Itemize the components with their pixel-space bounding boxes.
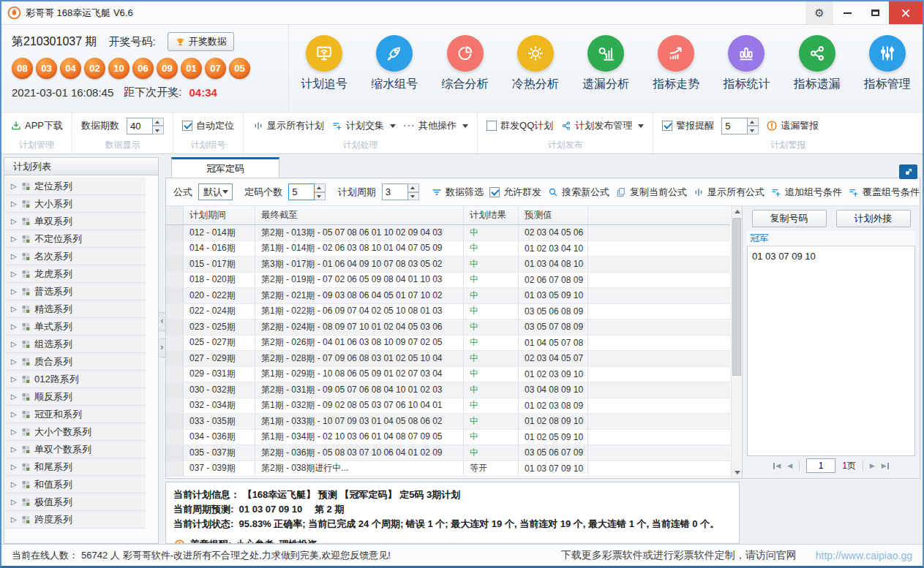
miss-alert-button[interactable]: 遗漏警报 bbox=[766, 119, 819, 132]
minimize-button[interactable] bbox=[833, 1, 861, 24]
plan-external-button[interactable]: 计划外接 bbox=[836, 210, 911, 227]
table-row[interactable]: 014 - 016期 第1期 - 014期 - 02 06 03 08 10 0… bbox=[166, 241, 730, 257]
cycle-input[interactable] bbox=[382, 183, 408, 200]
expand-triangle-icon[interactable]: ▷ bbox=[11, 287, 18, 295]
sidebar-item[interactable]: ▷ 冠亚和系列 bbox=[5, 406, 146, 423]
panel-splitter[interactable]: ‹ › bbox=[159, 157, 165, 544]
sidebar-item[interactable]: ▷ 单双系列 bbox=[5, 213, 146, 230]
override-condition-button[interactable]: 覆盖组号条件 bbox=[848, 186, 920, 199]
table-row[interactable]: 037 - 039期 第2期 - 038期进行中... 等开 01 03 07 … bbox=[166, 461, 730, 477]
draw-data-button[interactable]: 开奖数据 bbox=[168, 32, 234, 51]
expand-triangle-icon[interactable]: ▷ bbox=[11, 393, 18, 401]
col-plan-period[interactable]: 计划期间 bbox=[184, 206, 255, 224]
table-row[interactable]: 018 - 020期 第2期 - 019期 - 07 02 06 05 09 0… bbox=[166, 273, 730, 289]
data-periods-input[interactable] bbox=[127, 118, 153, 135]
table-scrollbar[interactable] bbox=[731, 206, 742, 478]
expand-triangle-icon[interactable]: ▷ bbox=[11, 375, 18, 383]
sidebar-item[interactable]: ▷ 大小系列 bbox=[5, 195, 146, 213]
qq-broadcast-checkbox[interactable]: 群发QQ计划 bbox=[487, 119, 553, 132]
scroll-down-arrow[interactable] bbox=[732, 467, 742, 478]
nav-item[interactable]: 指标管理 bbox=[852, 35, 923, 112]
table-row[interactable]: 022 - 024期 第1期 - 022期 - 06 09 07 04 02 0… bbox=[166, 304, 730, 320]
allow-broadcast-checkbox[interactable]: 允许群发 bbox=[489, 186, 541, 199]
sidebar-item[interactable]: ▷ 单式系列 bbox=[5, 318, 146, 336]
sidebar-item[interactable]: ▷ 普选系列 bbox=[5, 283, 146, 300]
plan-intersect-dropdown[interactable]: 计划交集 bbox=[331, 119, 396, 132]
expand-triangle-icon[interactable]: ▷ bbox=[11, 200, 18, 208]
expand-triangle-icon[interactable]: ▷ bbox=[11, 428, 18, 436]
scroll-up-arrow[interactable] bbox=[732, 206, 742, 217]
page-input[interactable] bbox=[806, 458, 835, 473]
sidebar-item[interactable]: ▷ 名次系列 bbox=[5, 248, 146, 265]
alert-value-spinner[interactable] bbox=[748, 118, 759, 135]
table-row[interactable]: 012 - 014期 第2期 - 013期 - 05 07 08 06 01 1… bbox=[166, 225, 730, 241]
sidebar-item[interactable]: ▷ 大小个数系列 bbox=[5, 423, 146, 441]
expand-triangle-icon[interactable]: ▷ bbox=[11, 322, 18, 330]
show-all-plans-button[interactable]: 显示所有计划 bbox=[252, 119, 324, 132]
table-row[interactable]: 029 - 031期 第1期 - 029期 - 10 08 06 05 09 0… bbox=[166, 367, 730, 383]
other-ops-dropdown[interactable]: ··· 其他操作 bbox=[403, 119, 468, 132]
official-site-link[interactable]: http://www.caipiao.gg bbox=[816, 550, 912, 561]
code-count-spinner[interactable] bbox=[315, 183, 326, 200]
nav-item[interactable]: 缩水组号 bbox=[359, 35, 429, 112]
app-download-button[interactable]: APP下载 bbox=[10, 119, 63, 132]
nav-item[interactable]: 遗漏分析 bbox=[571, 35, 641, 112]
sidebar-item[interactable]: ▷ 龙虎系列 bbox=[5, 265, 146, 283]
nav-item[interactable]: 指标遗漏 bbox=[782, 35, 852, 112]
sidebar-item[interactable]: ▷ 不定位系列 bbox=[5, 230, 146, 248]
sidebar-item[interactable]: ▷ 定位系列 bbox=[5, 178, 146, 195]
last-page-button[interactable]: ▶ bbox=[882, 462, 889, 469]
nav-item[interactable]: 指标走势 bbox=[641, 35, 711, 112]
scroll-thumb[interactable] bbox=[732, 218, 741, 376]
expand-triangle-icon[interactable]: ▷ bbox=[11, 182, 18, 190]
nav-item[interactable]: 综合分析 bbox=[429, 35, 500, 112]
table-row[interactable]: 034 - 036期 第1期 - 034期 - 02 10 03 06 01 0… bbox=[166, 430, 730, 446]
champion-numbers-box[interactable]: 01 03 07 09 10 bbox=[747, 246, 915, 456]
sidebar-item[interactable]: ▷ 跨度系列 bbox=[5, 511, 146, 529]
col-predict-value[interactable]: 预测值 bbox=[519, 206, 588, 224]
expand-triangle-icon[interactable]: ▷ bbox=[11, 235, 18, 243]
table-row[interactable]: 033 - 035期 第1期 - 033期 - 10 07 09 03 01 0… bbox=[166, 414, 730, 430]
expand-triangle-icon[interactable]: ▷ bbox=[11, 252, 18, 260]
sidebar-item[interactable]: ▷ 精选系列 bbox=[5, 300, 146, 318]
col-plan-result[interactable]: 计划结果 bbox=[464, 206, 519, 224]
sidebar-item[interactable]: ▷ 质合系列 bbox=[5, 353, 146, 371]
table-row[interactable]: 020 - 022期 第2期 - 021期 - 09 03 08 06 04 0… bbox=[166, 288, 730, 304]
data-periods-spinner[interactable] bbox=[153, 118, 164, 135]
table-row[interactable]: 030 - 032期 第2期 - 031期 - 09 05 07 06 08 0… bbox=[166, 382, 730, 398]
close-button[interactable] bbox=[889, 1, 923, 24]
nav-item[interactable]: 冷热分析 bbox=[500, 35, 571, 112]
table-row[interactable]: 023 - 025期 第2期 - 024期 - 08 09 07 10 01 0… bbox=[166, 319, 730, 336]
first-page-button[interactable]: ◀ bbox=[773, 462, 781, 469]
expand-triangle-icon[interactable]: ▷ bbox=[11, 463, 18, 471]
maximize-button[interactable] bbox=[861, 1, 889, 24]
sidebar-item[interactable]: ▷ 012路系列 bbox=[5, 371, 146, 388]
auto-position-checkbox[interactable]: 自动定位 bbox=[182, 119, 234, 132]
settings-button[interactable]: ⚙ bbox=[805, 1, 833, 24]
table-row[interactable]: 027 - 029期 第2期 - 028期 - 07 09 06 08 03 0… bbox=[166, 351, 730, 367]
expand-triangle-icon[interactable]: ▷ bbox=[11, 480, 18, 488]
prev-page-button[interactable]: ◀ bbox=[787, 462, 792, 469]
expand-triangle-icon[interactable]: ▷ bbox=[11, 410, 18, 418]
sidebar-item[interactable]: ▷ 组选系列 bbox=[5, 336, 146, 353]
sidebar-item[interactable]: ▷ 单双个数系列 bbox=[5, 441, 146, 458]
formula-select[interactable]: 默认 bbox=[198, 183, 233, 200]
expand-panel-button[interactable] bbox=[899, 164, 917, 179]
expand-triangle-icon[interactable]: ▷ bbox=[11, 498, 18, 506]
expand-triangle-icon[interactable]: ▷ bbox=[11, 357, 18, 366]
expand-triangle-icon[interactable]: ▷ bbox=[11, 445, 18, 453]
copy-formula-button[interactable]: 复制当前公式 bbox=[615, 186, 687, 199]
expand-triangle-icon[interactable]: ▷ bbox=[11, 340, 18, 348]
sidebar-item[interactable]: ▷ 极值系列 bbox=[5, 493, 146, 511]
table-row[interactable]: 032 - 034期 第1期 - 032期 - 09 02 08 05 03 0… bbox=[166, 398, 730, 414]
expand-triangle-icon[interactable]: ▷ bbox=[11, 270, 18, 278]
append-condition-button[interactable]: 追加组号条件 bbox=[770, 186, 842, 199]
table-row[interactable]: 025 - 027期 第2期 - 026期 - 04 01 06 03 08 1… bbox=[166, 336, 730, 352]
col-final-until[interactable]: 最终截至 bbox=[255, 206, 464, 224]
expand-triangle-icon[interactable]: ▷ bbox=[11, 305, 18, 313]
expand-triangle-icon[interactable]: ▷ bbox=[11, 515, 18, 523]
table-row[interactable]: 035 - 037期 第2期 - 036期 - 05 08 03 07 10 0… bbox=[166, 445, 730, 461]
expand-triangle-icon[interactable]: ▷ bbox=[11, 217, 18, 225]
copy-numbers-button[interactable]: 复制号码 bbox=[752, 210, 827, 227]
code-count-input[interactable] bbox=[288, 183, 315, 200]
